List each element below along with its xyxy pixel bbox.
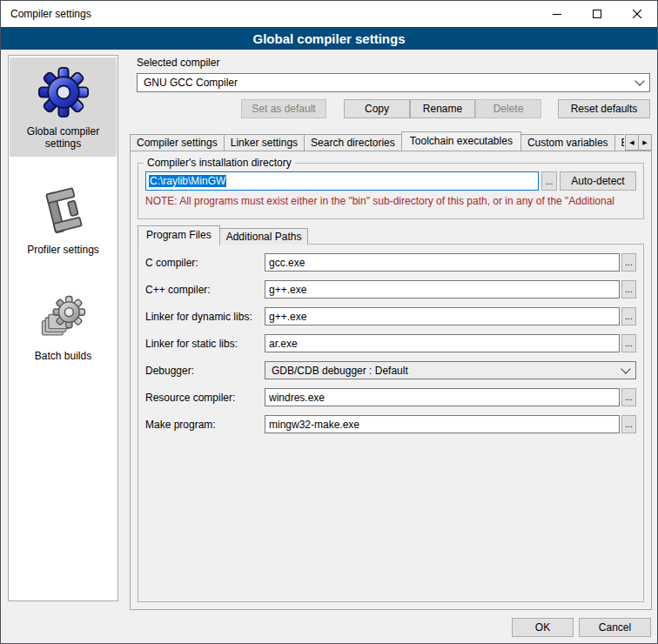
debugger-value: GDB/CDB debugger : Default [272, 365, 408, 377]
install-dir-group: Compiler's installation directory C:\ray… [138, 163, 644, 219]
tab-custom-variables[interactable]: Custom variables [520, 134, 615, 151]
sidebar-item-batch-builds[interactable]: Batch builds [10, 284, 117, 369]
rename-button[interactable]: Rename [410, 99, 475, 118]
reset-defaults-button[interactable]: Reset defaults [558, 99, 650, 118]
sidebar-item-profiler-settings[interactable]: Profiler settings [10, 178, 117, 263]
window-title: Compiler settings [1, 8, 91, 20]
settings-sidebar: Global compiler settings Profiler settin… [8, 55, 118, 601]
tab-scroll-arrows: ◀ ▶ [626, 134, 652, 151]
tab-compiler-settings[interactable]: Compiler settings [130, 134, 225, 151]
program-files-panel: C compiler: ... C++ compiler: ... Linker… [138, 244, 644, 602]
field-row-static-linker: Linker for static libs: ... [145, 334, 636, 352]
chevron-down-icon [634, 76, 644, 85]
close-icon [633, 10, 641, 18]
static-linker-label: Linker for static libs: [145, 338, 265, 350]
field-row-debugger: Debugger: GDB/CDB debugger : Default [145, 361, 636, 379]
subtab-program-files[interactable]: Program Files [138, 225, 220, 245]
selected-compiler-label: Selected compiler [137, 57, 219, 69]
minimize-icon [553, 10, 561, 18]
settings-tabbar: Compiler settings Linker settings Search… [130, 131, 652, 151]
resource-compiler-label: Resource compiler: [145, 392, 265, 404]
batch-builds-icon [38, 292, 89, 343]
close-button[interactable] [617, 1, 657, 27]
c-compiler-label: C compiler: [145, 257, 265, 269]
install-dir-group-title: Compiler's installation directory [144, 157, 295, 170]
make-program-input[interactable] [265, 415, 620, 433]
dynamic-linker-browse-button[interactable]: ... [621, 307, 636, 325]
cpp-compiler-label: C++ compiler: [145, 284, 265, 296]
profiler-icon [38, 186, 89, 237]
sidebar-item-label: Profiler settings [27, 244, 99, 256]
dialog-header-title: Global compiler settings [252, 31, 405, 46]
tab-linker-settings[interactable]: Linker settings [224, 134, 305, 151]
tab-toolchain-executables[interactable]: Toolchain executables [401, 131, 521, 151]
sidebar-item-global-compiler-settings[interactable]: Global compiler settings [10, 57, 117, 157]
maximize-button[interactable] [577, 1, 617, 27]
cpp-compiler-browse-button[interactable]: ... [621, 280, 636, 299]
install-dir-input[interactable]: C:\raylib\MinGW [145, 171, 539, 191]
toolchain-executables-panel: Compiler's installation directory C:\ray… [130, 151, 652, 610]
dynamic-linker-input[interactable] [265, 307, 620, 325]
tab-scroll-right-button[interactable]: ▶ [638, 134, 652, 151]
selected-compiler-dropdown[interactable]: GNU GCC Compiler [137, 73, 650, 92]
tab-build-options[interactable]: Buil [614, 134, 624, 151]
make-program-label: Make program: [145, 419, 265, 431]
copy-button[interactable]: Copy [344, 99, 410, 118]
install-dir-row: C:\raylib\MinGW ... Auto-detect [145, 171, 636, 191]
resource-compiler-input[interactable] [265, 388, 620, 406]
tab-search-directories[interactable]: Search directories [304, 134, 402, 151]
field-row-resource-compiler: Resource compiler: ... [145, 388, 636, 406]
dynamic-linker-label: Linker for dynamic libs: [145, 311, 265, 323]
main-panel: Selected compiler GNU GCC Compiler Set a… [130, 55, 652, 614]
delete-button[interactable]: Delete [475, 99, 541, 118]
sidebar-item-label: Global compiler settings [11, 125, 115, 150]
tab-scroll-left-button[interactable]: ◀ [625, 134, 639, 151]
field-row-cpp-compiler: C++ compiler: ... [145, 280, 636, 299]
chevron-down-icon [621, 364, 630, 373]
selected-compiler-value: GNU GCC Compiler [144, 77, 238, 89]
debugger-dropdown[interactable]: GDB/CDB debugger : Default [265, 361, 636, 379]
c-compiler-browse-button[interactable]: ... [621, 253, 636, 272]
field-row-make-program: Make program: ... [145, 415, 636, 433]
install-dir-value: C:\raylib\MinGW [149, 175, 226, 187]
resource-compiler-browse-button[interactable]: ... [621, 388, 636, 406]
sidebar-item-label: Batch builds [35, 350, 91, 362]
dialog-header: Global compiler settings [1, 27, 657, 50]
set-as-default-button[interactable]: Set as default [241, 99, 326, 118]
tabs-strip: Compiler settings Linker settings Search… [130, 131, 624, 151]
subtab-additional-paths[interactable]: Additional Paths [219, 228, 309, 245]
maximize-icon [593, 10, 601, 18]
program-files-tabbar: Program Files Additional Paths [138, 225, 307, 245]
window-controls [537, 1, 657, 27]
minimize-button[interactable] [537, 1, 577, 27]
install-dir-browse-button[interactable]: ... [541, 171, 557, 191]
ok-button[interactable]: OK [512, 618, 574, 637]
title-bar: Compiler settings [1, 1, 657, 27]
field-row-c-compiler: C compiler: ... [145, 253, 636, 272]
compiler-gear-icon [37, 66, 90, 118]
compiler-settings-dialog: Compiler settings Global compiler settin… [0, 0, 658, 644]
c-compiler-input[interactable] [265, 253, 620, 272]
debugger-label: Debugger: [145, 365, 265, 377]
install-dir-note: NOTE: All programs must exist either in … [145, 195, 643, 207]
static-linker-input[interactable] [265, 334, 620, 352]
cpp-compiler-input[interactable] [265, 280, 620, 299]
make-program-browse-button[interactable]: ... [621, 415, 636, 433]
static-linker-browse-button[interactable]: ... [621, 334, 636, 352]
field-row-dynamic-linker: Linker for dynamic libs: ... [145, 307, 636, 325]
auto-detect-button[interactable]: Auto-detect [560, 171, 636, 191]
cancel-button[interactable]: Cancel [579, 618, 651, 637]
